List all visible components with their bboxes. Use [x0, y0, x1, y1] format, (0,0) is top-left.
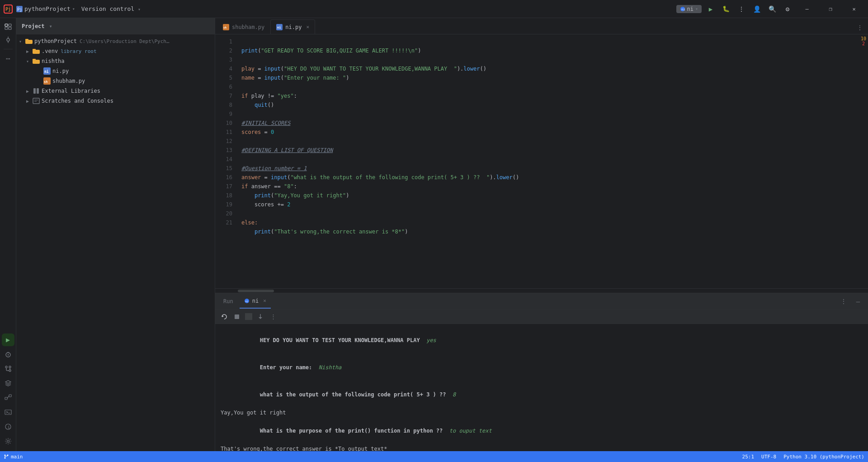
run-tabs-more-btn[interactable]: ⋮ [837, 295, 850, 308]
run-config-btn[interactable]: ▶ [704, 3, 717, 15]
version-control-btn[interactable]: Version control ▾ [79, 5, 143, 13]
venv-name: .venv [42, 48, 58, 54]
folder-icon-venv [33, 48, 40, 54]
status-python[interactable]: Python 3.10 (pythonProject) [783, 454, 864, 460]
sidebar-icon-git[interactable] [2, 362, 14, 375]
shubham-tab-icon: sh [223, 24, 229, 30]
minimize-btn[interactable]: — [797, 2, 817, 16]
sidebar-icon-run[interactable]: ▶ [2, 333, 14, 346]
status-cursor[interactable]: 25:1 [742, 454, 755, 460]
search-everywhere-btn[interactable]: 🔍 [766, 3, 778, 15]
status-encoding[interactable]: UTF-8 [761, 454, 776, 460]
tab-ni-close[interactable]: ✕ [306, 24, 309, 30]
tabs-more-btn[interactable]: ⋮ [854, 21, 866, 34]
svg-rect-32 [33, 59, 36, 61]
debug-btn[interactable]: 🐛 [720, 3, 732, 15]
code-content[interactable]: print("GET READY TO SCORE BIG,QUIZ GAME … [238, 34, 859, 288]
sidebar-icon-more[interactable]: ⋯ [2, 52, 14, 65]
svg-rect-38 [37, 88, 39, 94]
tree-item-scratches[interactable]: ▶ Scratches and Consoles [16, 96, 215, 106]
svg-rect-30 [33, 49, 36, 51]
tab-shubham[interactable]: sh shubham.py [217, 19, 270, 34]
rerun-icon [221, 314, 227, 320]
editor-content-area: 12345 678910 1112131415 1617181920 21 pr… [215, 34, 868, 288]
svg-text:ni: ni [44, 69, 49, 74]
account-btn[interactable]: 👤 [750, 3, 763, 15]
warning-indicator[interactable]: 10 [861, 36, 866, 41]
svg-point-17 [9, 370, 11, 372]
main-layout: ⋯ ▶ i [0, 18, 868, 451]
titlebar-left: Pj Pj pythonProject ▾ Version control ▾ [4, 5, 143, 14]
editor-scrollbar[interactable] [215, 288, 868, 293]
run-tab-ni-close[interactable]: ✕ [263, 298, 266, 304]
sidebar-icon-extensions[interactable] [2, 391, 14, 404]
run-tab-ni[interactable]: ni ni ✕ [240, 294, 271, 309]
error-indicator[interactable]: 2 [862, 41, 865, 46]
tree-item-root[interactable]: ▾ pythonProject C:\Users\Production Dept… [16, 36, 215, 46]
py-icon-shubham: sh [43, 77, 51, 85]
svg-text:sh: sh [223, 26, 227, 29]
toolbar-separator [245, 313, 252, 320]
sidebar-icon-info[interactable]: i [2, 420, 14, 433]
scroll-end-icon [257, 314, 264, 320]
arrow-venv: ▶ [26, 49, 33, 54]
stop-btn[interactable] [231, 311, 242, 322]
svg-point-53 [5, 457, 6, 459]
ni-chevron: ▾ [695, 6, 698, 11]
project-panel: Project ▾ ▾ pythonProject C:\Users\Produ… [16, 18, 215, 451]
scratches-icon [33, 97, 40, 105]
close-btn[interactable]: ✕ [844, 2, 864, 16]
svg-rect-20 [5, 397, 7, 400]
tab-ni[interactable]: ni ni.py ✕ [270, 19, 315, 34]
sidebar-icon-project[interactable] [2, 20, 14, 33]
output-line-1: HEY DO YOU WANT TO TEST YOUR KNOWLEDGE,W… [221, 327, 863, 354]
ext-lib-name: External Libraries [42, 88, 100, 94]
more-run-opts-btn[interactable]: ⋮ [268, 311, 278, 322]
titlebar: Pj Pj pythonProject ▾ Version control ▾ … [0, 0, 868, 18]
status-bar: main 25:1 UTF-8 Python 3.10 (pythonProje… [0, 451, 868, 462]
sidebar-separator-1 [4, 49, 13, 49]
ni-file-name: ni.py [52, 68, 69, 74]
svg-point-15 [8, 355, 9, 356]
status-branch[interactable]: main [4, 454, 23, 460]
output-line-4: Yay,You got it right [221, 408, 863, 417]
tree-item-nishtha[interactable]: ▾ nishtha [16, 56, 215, 66]
code-editor[interactable]: 12345 678910 1112131415 1617181920 21 pr… [215, 34, 859, 288]
svg-point-18 [9, 366, 11, 368]
tree-item-shubham[interactable]: sh shubham.py [16, 76, 215, 86]
svg-text:sh: sh [44, 80, 47, 84]
more-options-btn[interactable]: ⋮ [735, 3, 748, 15]
tree-item-external-libs[interactable]: ▶ External Libraries [16, 86, 215, 96]
project-name-btn[interactable]: Pj pythonProject ▾ [16, 5, 75, 12]
tabs-right: ⋮ [854, 21, 866, 34]
sidebar-icon-debug[interactable] [2, 348, 14, 361]
folder-icon-nishtha [33, 58, 40, 64]
editor-scrollbar-thumb[interactable] [238, 290, 274, 292]
run-panel: Run ni ni ✕ ⋮ — [215, 293, 868, 451]
editor-area: sh shubham.py ni ni.py ✕ ⋮ 12345 678910 [215, 18, 868, 451]
run-tab-run[interactable]: Run [219, 294, 238, 309]
svg-rect-37 [33, 88, 36, 94]
output-line-3: what is the output of the following code… [221, 381, 863, 408]
tree-item-ni[interactable]: ni ni.py [16, 66, 215, 76]
output-line-2: Enter your name: Nishtha [221, 354, 863, 381]
panel-dropdown-arrow[interactable]: ▾ [49, 23, 52, 29]
run-minimize-btn[interactable]: — [852, 295, 864, 308]
restore-btn[interactable]: ❐ [820, 2, 841, 16]
sidebar-icon-settings[interactable] [2, 435, 14, 448]
vc-dropdown-arrow: ▾ [138, 7, 141, 12]
rerun-btn[interactable] [219, 311, 230, 322]
svg-point-52 [5, 455, 6, 456]
arrow-root: ▾ [19, 39, 25, 44]
scroll-to-end-btn[interactable] [255, 311, 266, 322]
svg-text:Pj: Pj [5, 7, 11, 12]
sidebar-icon-terminal[interactable] [2, 406, 14, 419]
ni-indicator[interactable]: ni ni ▾ [676, 5, 702, 13]
sidebar-icon-commit[interactable] [2, 33, 14, 46]
settings-btn[interactable]: ⚙ [781, 3, 794, 15]
sidebar-icon-layers[interactable] [2, 377, 14, 390]
tree-item-venv[interactable]: ▶ .venv library root [16, 46, 215, 56]
svg-rect-21 [9, 395, 11, 397]
icon-sidebar: ⋯ ▶ i [0, 18, 16, 451]
shubham-file-name: shubham.py [52, 78, 85, 84]
